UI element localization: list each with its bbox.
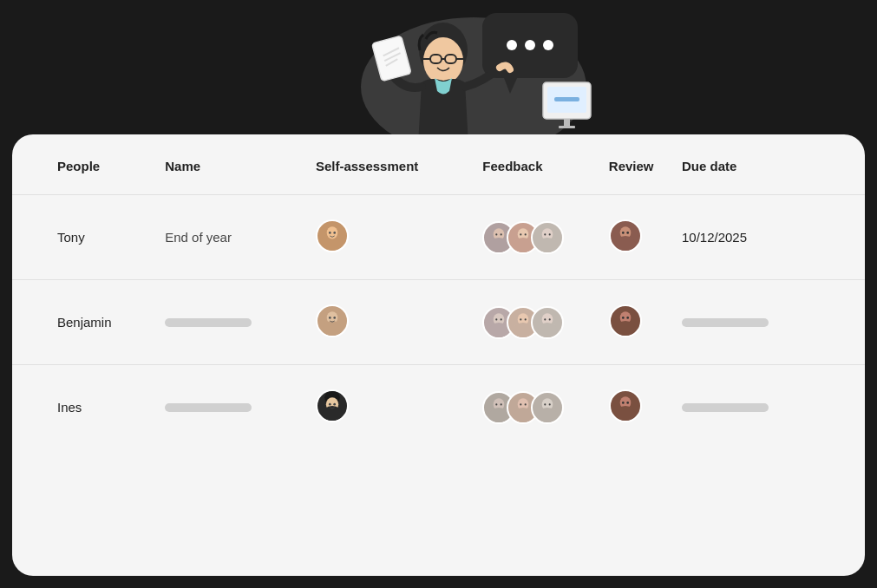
person-name: Tony (12, 195, 147, 280)
svg-point-62 (626, 317, 629, 319)
col-name: Name (147, 134, 290, 195)
svg-point-44 (322, 321, 342, 336)
due-date (673, 280, 865, 365)
svg-point-67 (333, 403, 336, 406)
svg-point-4 (525, 40, 535, 50)
svg-point-25 (329, 232, 331, 234)
svg-point-40 (615, 236, 635, 251)
svg-point-65 (322, 406, 342, 421)
date-placeholder (682, 403, 769, 412)
table-row: Tony End of year (12, 195, 865, 280)
feedback-avatar-3 (531, 306, 564, 339)
svg-rect-9 (564, 119, 570, 126)
due-date: 10/12/2025 (673, 195, 865, 280)
table-container: People Name Self-assessment Feedback Rev… (12, 134, 865, 576)
self-assessment-cell (290, 280, 465, 365)
svg-point-46 (333, 317, 336, 319)
review-name (147, 365, 290, 450)
svg-point-56 (538, 323, 558, 337)
svg-point-58 (549, 318, 551, 320)
review-avatar (609, 389, 642, 422)
svg-point-5 (543, 40, 553, 50)
svg-point-70 (496, 403, 498, 405)
svg-point-38 (549, 233, 551, 235)
self-assessment-cell (290, 365, 465, 450)
feedback-avatar-3 (531, 221, 564, 254)
svg-point-57 (545, 318, 546, 320)
review-cell (600, 365, 673, 450)
svg-point-3 (507, 40, 517, 50)
svg-point-45 (329, 317, 331, 319)
review-cell (600, 195, 673, 280)
review-name (147, 280, 290, 365)
svg-point-77 (538, 408, 558, 422)
table-row: Ines (12, 365, 865, 450)
svg-point-42 (626, 232, 629, 234)
svg-point-71 (501, 403, 502, 405)
svg-rect-10 (559, 126, 575, 128)
svg-point-33 (520, 233, 522, 235)
date-placeholder (682, 318, 769, 327)
review-avatar (609, 219, 642, 252)
svg-point-34 (525, 233, 527, 235)
svg-point-60 (615, 321, 635, 336)
svg-point-82 (622, 402, 625, 404)
svg-point-49 (496, 318, 498, 320)
col-self-assessment: Self-assessment (290, 134, 465, 195)
self-assessment-avatar (316, 389, 349, 422)
performance-table: People Name Self-assessment Feedback Rev… (12, 134, 865, 449)
name-placeholder (165, 403, 252, 412)
due-date (673, 365, 865, 450)
svg-point-81 (615, 406, 635, 421)
feedback-cell (465, 280, 599, 365)
col-people: People (12, 134, 147, 195)
col-review: Review (600, 134, 673, 195)
feedback-cell (465, 195, 599, 280)
table-row: Benjamin (12, 280, 865, 365)
person-name: Benjamin (12, 280, 147, 365)
svg-point-78 (545, 403, 546, 405)
main-card: People Name Self-assessment Feedback Rev… (12, 134, 865, 576)
svg-point-12 (423, 37, 463, 84)
svg-point-79 (549, 403, 551, 405)
table-header-row: People Name Self-assessment Feedback Rev… (12, 134, 865, 195)
svg-point-61 (622, 317, 625, 319)
review-name: End of year (147, 195, 290, 280)
self-assessment-avatar (316, 219, 349, 252)
review-cell (600, 280, 673, 365)
svg-point-54 (525, 318, 527, 320)
svg-point-29 (496, 233, 498, 235)
person-name: Ines (12, 365, 147, 450)
col-feedback: Feedback (465, 134, 599, 195)
col-due-date: Due date (673, 134, 865, 195)
svg-point-41 (622, 232, 625, 234)
svg-point-30 (501, 233, 502, 235)
svg-point-75 (525, 403, 527, 405)
svg-point-74 (520, 403, 522, 405)
self-assessment-cell (290, 195, 465, 280)
svg-point-50 (501, 318, 502, 320)
feedback-avatar-3 (531, 391, 564, 424)
svg-point-36 (538, 238, 558, 252)
feedback-avatars (482, 391, 599, 424)
svg-point-83 (626, 402, 629, 404)
feedback-cell (465, 365, 599, 450)
svg-point-66 (329, 403, 331, 406)
feedback-avatars (482, 306, 599, 339)
feedback-avatars (482, 221, 599, 254)
review-avatar (609, 304, 642, 337)
svg-point-37 (545, 233, 546, 235)
svg-point-53 (520, 318, 522, 320)
name-placeholder (165, 318, 252, 327)
svg-point-26 (333, 232, 336, 234)
self-assessment-avatar (316, 304, 349, 337)
svg-rect-8 (554, 97, 579, 101)
